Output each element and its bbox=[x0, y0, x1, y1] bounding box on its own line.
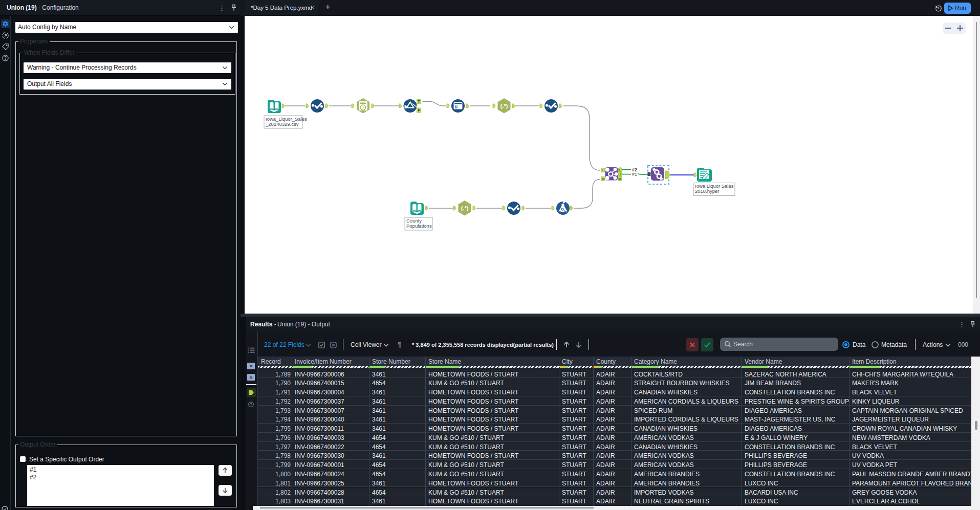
svg-text:#1: #1 bbox=[632, 172, 637, 177]
svg-text:(.*): (.*) bbox=[461, 205, 469, 211]
svg-text:Populations: Populations bbox=[406, 223, 432, 229]
svg-text:County: County bbox=[406, 218, 422, 224]
svg-text:J: J bbox=[619, 173, 621, 176]
svg-text:(.*): (.*) bbox=[500, 103, 508, 109]
svg-text:F: F bbox=[418, 108, 420, 113]
svg-text:T: T bbox=[418, 99, 420, 104]
svg-text:Iowa_Liquor_Sales: Iowa_Liquor_Sales bbox=[266, 116, 307, 122]
svg-text:R: R bbox=[602, 178, 604, 181]
svg-text:2018.hyper: 2018.hyper bbox=[695, 188, 720, 194]
svg-text:_20240329.csv: _20240329.csv bbox=[265, 121, 299, 127]
svg-text:R: R bbox=[619, 178, 621, 181]
svg-text:Iowa Liquor Sales: Iowa Liquor Sales bbox=[695, 183, 734, 189]
